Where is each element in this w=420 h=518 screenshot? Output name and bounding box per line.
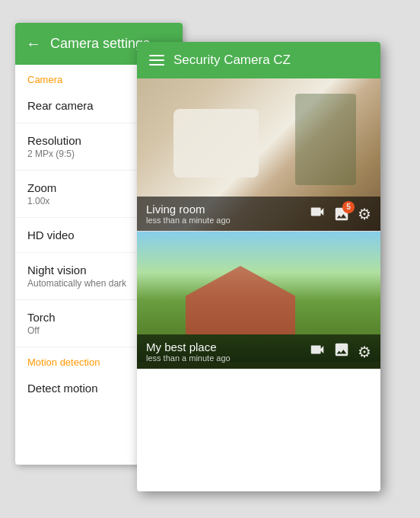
best-place-info-left: My best place less than a minute ago xyxy=(146,341,309,363)
best-place-actions: ⚙ xyxy=(309,341,371,362)
security-camera-panel: Security Camera CZ Living room less than… xyxy=(137,42,380,491)
hamburger-line-3 xyxy=(149,64,164,66)
best-place-time: less than a minute ago xyxy=(146,353,309,363)
living-room-gallery-button[interactable]: 5 xyxy=(333,206,350,222)
best-place-info-bar: My best place less than a minute ago xyxy=(137,334,380,369)
best-place-name: My best place xyxy=(146,341,309,353)
security-camera-title: Security Camera CZ xyxy=(173,53,291,68)
best-place-video-button[interactable] xyxy=(309,341,326,362)
camera-settings-title: Camera settings xyxy=(50,36,150,52)
living-room-time: less than a minute ago xyxy=(146,216,309,225)
gallery-badge: 5 xyxy=(342,201,355,213)
security-header: Security Camera CZ xyxy=(137,42,380,78)
living-room-name: Living room xyxy=(146,203,309,216)
living-room-info-bar: Living room less than a minute ago 5 xyxy=(137,197,380,231)
hamburger-menu-button[interactable] xyxy=(149,55,164,66)
best-place-settings-button[interactable]: ⚙ xyxy=(358,343,371,361)
hamburger-line-1 xyxy=(149,55,164,56)
camera-card-best-place: My best place less than a minute ago xyxy=(137,232,380,369)
living-room-settings-button[interactable]: ⚙ xyxy=(358,205,371,223)
back-button[interactable]: ← xyxy=(26,35,41,53)
video-camera-icon xyxy=(309,203,326,220)
living-room-info-left: Living room less than a minute ago xyxy=(146,203,309,225)
living-room-actions: 5 ⚙ xyxy=(309,203,371,224)
living-room-video-button[interactable] xyxy=(309,203,326,224)
gallery-icon-2 xyxy=(333,341,350,358)
best-place-gallery-button[interactable] xyxy=(333,341,350,362)
hamburger-line-2 xyxy=(149,59,164,61)
video-camera-icon-2 xyxy=(309,341,326,358)
camera-card-living-room: Living room less than a minute ago 5 xyxy=(137,78,380,232)
